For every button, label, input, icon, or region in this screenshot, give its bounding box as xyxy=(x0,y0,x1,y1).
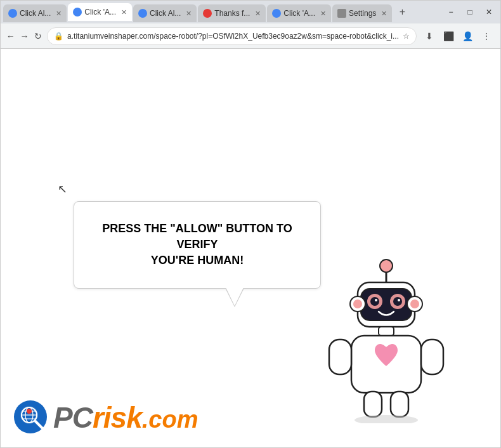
tab-5[interactable]: Click 'A... ✕ xyxy=(267,4,331,22)
svg-point-9 xyxy=(398,299,400,301)
close-button[interactable]: ✕ xyxy=(480,5,498,19)
svg-point-7 xyxy=(393,297,402,306)
window-controls: − □ ✕ xyxy=(442,5,498,19)
svg-rect-16 xyxy=(329,339,351,374)
svg-rect-18 xyxy=(364,392,382,417)
page-content: ↖ PRESS THE "ALLOW" BUTTON TO VERIFY YOU… xyxy=(1,49,500,447)
svg-point-20 xyxy=(355,415,418,423)
tab-6-favicon xyxy=(337,9,346,18)
tab-1-close[interactable]: ✕ xyxy=(56,10,62,18)
svg-rect-19 xyxy=(391,392,408,417)
toolbar-icons: ⬇ ⬛ 👤 ⋮ xyxy=(420,27,495,45)
tab-1-label: Click Al... xyxy=(20,9,51,18)
pcrisk-icon xyxy=(13,400,48,435)
tab-1[interactable]: Click Al... ✕ xyxy=(3,4,67,22)
svg-point-11 xyxy=(353,300,362,308)
add-tab-button[interactable]: + xyxy=(393,3,411,21)
pc-text: PC xyxy=(53,400,93,435)
bubble-line1: PRESS THE "ALLOW" BUTTON TO VERIFY xyxy=(102,222,292,251)
back-button[interactable]: ← xyxy=(6,27,16,45)
svg-point-8 xyxy=(375,299,377,301)
bubble-line2: YOU'RE HUMAN! xyxy=(151,254,244,267)
forward-button[interactable]: → xyxy=(20,27,30,45)
minimize-button[interactable]: − xyxy=(442,5,460,19)
tab-4-close[interactable]: ✕ xyxy=(255,10,261,18)
address-bar: ← → ↻ 🔒 a.titaniumveinshaper.com/space-r… xyxy=(1,23,500,49)
profile-icon[interactable]: 👤 xyxy=(459,27,476,45)
svg-point-28 xyxy=(27,409,32,414)
browser-frame: Click Al... ✕ Click 'A... ✕ Click Al... … xyxy=(0,0,501,448)
pcrisk-logo: PC risk .com xyxy=(13,400,198,435)
reload-button[interactable]: ↻ xyxy=(33,27,43,45)
url-security-icon: 🔒 xyxy=(54,32,63,41)
extensions-icon[interactable]: ⬛ xyxy=(439,27,457,45)
speech-bubble: PRESS THE "ALLOW" BUTTON TO VERIFY YOU'R… xyxy=(74,201,321,289)
menu-icon[interactable]: ⋮ xyxy=(478,27,495,45)
tab-4-favicon xyxy=(203,9,212,18)
svg-rect-14 xyxy=(379,327,394,336)
tab-5-favicon xyxy=(272,9,281,18)
tab-3[interactable]: Click Al... ✕ xyxy=(133,4,197,22)
mouse-cursor: ↖ xyxy=(58,182,67,196)
tab-5-label: Click 'A... xyxy=(283,9,315,18)
svg-point-13 xyxy=(410,300,419,308)
maximize-button[interactable]: □ xyxy=(461,5,479,19)
dotcom-text: .com xyxy=(142,406,198,433)
url-text: a.titaniumveinshaper.com/space-robot/?pl… xyxy=(67,32,399,41)
svg-point-1 xyxy=(380,260,393,272)
download-icon[interactable]: ⬇ xyxy=(420,27,438,45)
bubble-text: PRESS THE "ALLOW" BUTTON TO VERIFY YOU'R… xyxy=(93,221,301,269)
tab-6[interactable]: Settings ✕ xyxy=(332,4,392,22)
svg-point-6 xyxy=(370,297,379,306)
tab-6-label: Settings xyxy=(349,9,376,18)
svg-rect-17 xyxy=(421,339,443,374)
tab-4-label: Thanks f... xyxy=(214,9,250,18)
tab-4[interactable]: Thanks f... ✕ xyxy=(198,4,266,22)
url-bar[interactable]: 🔒 a.titaniumveinshaper.com/space-robot/?… xyxy=(47,27,417,45)
robot-illustration xyxy=(323,258,450,423)
tab-2-label: Click 'A... xyxy=(84,8,116,16)
tab-1-favicon xyxy=(8,9,17,18)
tab-6-close[interactable]: ✕ xyxy=(381,10,387,18)
tab-3-label: Click Al... xyxy=(150,9,181,18)
risk-text: risk xyxy=(93,400,142,435)
bookmark-icon[interactable]: ☆ xyxy=(403,32,410,41)
tab-2[interactable]: Click 'A... ✕ xyxy=(68,3,132,21)
tab-3-close[interactable]: ✕ xyxy=(186,10,192,18)
tab-2-close[interactable]: ✕ xyxy=(121,8,127,16)
title-bar: Click Al... ✕ Click 'A... ✕ Click Al... … xyxy=(1,1,500,23)
tab-2-favicon xyxy=(73,8,82,16)
tab-3-favicon xyxy=(138,9,147,18)
pcrisk-text: PC risk .com xyxy=(53,400,198,435)
tab-5-close[interactable]: ✕ xyxy=(320,10,326,18)
